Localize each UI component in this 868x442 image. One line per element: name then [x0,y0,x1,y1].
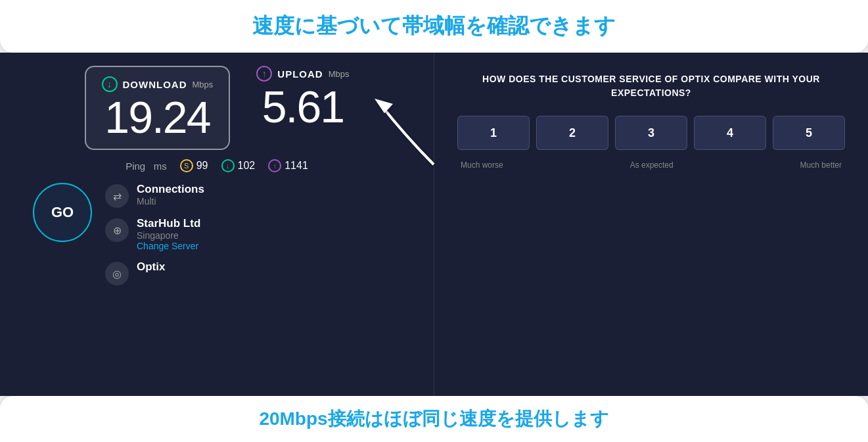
top-banner: 速度に基づいて帯域幅を確認できます [0,0,868,53]
ping-badge-teal: ↓ 102 [221,159,256,172]
left-panel: ↓ DOWNLOAD Mbps 19.24 ↑ UPLOAD Mbps 5.61… [0,53,434,396]
ping-purple-value: 1141 [285,160,308,172]
upload-label-row: ↑ UPLOAD Mbps [256,66,349,82]
server-partial-text: Optix [137,260,165,274]
connections-text: Connections Multi [137,183,204,207]
connections-icon: ⇄ [105,184,129,208]
ping-yellow-icon: S [180,159,193,172]
download-label-row: ↓ DOWNLOAD Mbps [102,76,214,92]
survey-btn-1[interactable]: 1 [457,116,530,150]
main-content: ↓ DOWNLOAD Mbps 19.24 ↑ UPLOAD Mbps 5.61… [0,53,868,396]
right-panel: HOW DOES THE CUSTOMER SERVICE OF OPTIX C… [434,53,868,396]
survey-btn-5[interactable]: 5 [773,116,845,150]
go-button-label: GO [51,204,74,221]
connections-value: Multi [137,196,204,207]
download-value: 19.24 [104,95,210,139]
isp-icon: ⊕ [105,218,129,242]
isp-item: ⊕ StarHub Ltd Singapore Change Server [105,217,204,251]
go-button[interactable]: GO [33,183,92,242]
download-label: DOWNLOAD [123,79,187,90]
upload-value: 5.61 [262,84,344,129]
top-banner-text: 速度に基づいて帯域幅を確認できます [252,14,616,37]
isp-text: StarHub Ltd Singapore Change Server [137,217,200,251]
bottom-banner: 20Mbps接続はほぼ同じ速度を提供します [0,396,868,442]
ping-purple-icon: ↑ [268,159,281,172]
ping-teal-icon: ↓ [221,159,235,172]
download-icon: ↓ [102,76,118,92]
upload-unit: Mbps [329,69,350,79]
bottom-banner-text: 20Mbps接続はほぼ同じ速度を提供します [259,408,608,429]
change-server-link[interactable]: Change Server [137,241,200,251]
upload-icon: ↑ [256,66,272,82]
survey-labels: Much worse As expected Much better [454,160,848,170]
upload-box: ↑ UPLOAD Mbps 5.61 [256,66,349,129]
survey-btn-3[interactable]: 3 [615,116,687,150]
survey-btn-2[interactable]: 2 [536,116,608,150]
upload-label: UPLOAD [277,68,323,80]
download-unit: Mbps [193,80,214,89]
isp-location: Singapore [137,230,200,241]
ping-yellow-value: 99 [196,160,208,172]
survey-buttons: 1 2 3 4 5 [457,116,845,150]
survey-label-left: Much worse [461,160,503,170]
survey-label-mid: As expected [630,160,674,170]
speed-row: ↓ DOWNLOAD Mbps 19.24 ↑ UPLOAD Mbps 5.61 [20,66,414,150]
info-row: GO ⇄ Connections Multi ⊕ StarHub Ltd [20,183,414,285]
survey-btn-4[interactable]: 4 [694,116,766,150]
server-info: ⇄ Connections Multi ⊕ StarHub Ltd Singap… [105,183,204,285]
server-partial-item: ◎ Optix [105,260,204,285]
server-partial-icon: ◎ [105,262,129,285]
download-box: ↓ DOWNLOAD Mbps 19.24 [85,66,231,150]
ping-row: Ping ms S 99 ↓ 102 ↑ 1141 [126,159,308,172]
ping-badge-purple: ↑ 1141 [268,159,308,172]
ping-badge-yellow: S 99 [180,159,208,172]
ping-label: Ping ms [126,160,167,172]
survey-label-right: Much better [800,160,842,170]
connections-title: Connections [137,183,204,196]
ping-teal-value: 102 [238,160,256,172]
server-partial-title: Optix [137,260,165,274]
connections-item: ⇄ Connections Multi [105,183,204,208]
survey-question: HOW DOES THE CUSTOMER SERVICE OF OPTIX C… [454,72,848,100]
isp-title: StarHub Ltd [137,217,200,230]
